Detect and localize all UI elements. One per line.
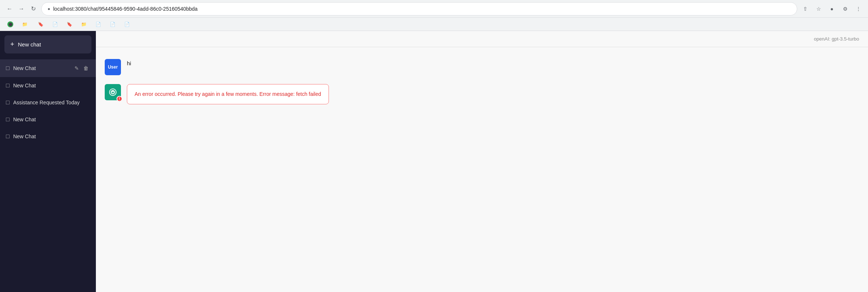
sidebar: + New chat □ New Chat ✎ 🗑 □ New Chat □ A… — [0, 31, 96, 292]
chat-item-5[interactable]: □ New Chat — [0, 128, 96, 145]
bookmark-icon-3: 📄 — [52, 22, 58, 27]
top-bar: openAI: gpt-3.5-turbo — [96, 31, 868, 47]
user-message-text: hi — [127, 56, 131, 66]
bookmark-4[interactable]: 🔖 — [64, 20, 75, 28]
assistant-message-row: ! An error occurred. Please try again in… — [105, 84, 859, 104]
chat-label-4: New Chat — [13, 117, 90, 122]
user-avatar-label: User — [108, 65, 118, 70]
chat-label-1: New Chat — [13, 65, 69, 71]
bookmark-icon[interactable]: ☆ — [813, 4, 824, 14]
chat-label-2: New Chat — [13, 83, 90, 88]
error-badge: ! — [117, 96, 122, 102]
user-avatar: User — [105, 59, 121, 75]
share-icon[interactable]: ⇧ — [800, 4, 810, 14]
bookmark-3[interactable]: 📄 — [49, 20, 61, 28]
bookmark-icon-8: 📄 — [124, 22, 130, 27]
bookmarks-bar: ⬤ 📁 🔖 📄 🔖 📁 📄 📄 📄 — [0, 18, 868, 31]
url-text: localhost:3080/chat/95445846-9590-4add-8… — [53, 6, 791, 12]
forward-button[interactable]: → — [16, 4, 27, 14]
new-chat-label: New chat — [18, 41, 41, 48]
chat-icon-1: □ — [6, 65, 10, 72]
error-box: An error occurred. Please try again in a… — [127, 84, 329, 104]
edit-button-1[interactable]: ✎ — [73, 65, 80, 72]
profile-icon[interactable]: ● — [827, 4, 837, 14]
chat-label-3: Assistance Requested Today — [13, 100, 90, 105]
delete-button-1[interactable]: 🗑 — [82, 65, 90, 72]
bookmark-2[interactable]: 🔖 — [35, 20, 46, 28]
assistant-avatar: ! — [105, 84, 121, 100]
address-bar[interactable]: ● localhost:3080/chat/95445846-9590-4add… — [41, 2, 797, 15]
error-text: An error occurred. Please try again in a… — [135, 91, 321, 97]
bookmark-icon-2: 🔖 — [38, 22, 44, 27]
app-container: + New chat □ New Chat ✎ 🗑 □ New Chat □ A… — [0, 31, 868, 292]
bookmark-6[interactable]: 📄 — [93, 20, 104, 28]
chat-list: □ New Chat ✎ 🗑 □ New Chat □ Assistance R… — [0, 58, 96, 292]
chat-icon-2: □ — [6, 82, 10, 89]
gpt-logo-icon — [108, 87, 118, 97]
main-content: openAI: gpt-3.5-turbo User hi — [96, 31, 868, 292]
assistant-message-content: An error occurred. Please try again in a… — [127, 84, 329, 104]
chat-icon-5: □ — [6, 133, 10, 140]
bookmark-5[interactable]: 📁 — [78, 20, 90, 28]
chat-label-5: New Chat — [13, 133, 90, 139]
nav-buttons: ← → ↻ — [4, 4, 38, 14]
chat-icon-3: □ — [6, 99, 10, 106]
reload-button[interactable]: ↻ — [28, 4, 38, 14]
bookmark-icon-4: 🔖 — [67, 22, 72, 27]
browser-actions: ⇧ ☆ ● ⚙ ⋮ — [800, 4, 864, 14]
bookmark-8[interactable]: 📄 — [121, 20, 133, 28]
new-chat-button[interactable]: + New chat — [4, 35, 91, 53]
bookmark-icon-5: 📁 — [81, 22, 87, 27]
more-icon[interactable]: ⋮ — [853, 4, 864, 14]
chat-item-4[interactable]: □ New Chat — [0, 111, 96, 128]
bookmark-green[interactable]: ⬤ — [4, 20, 16, 29]
bookmark-folder-1[interactable]: 📁 — [19, 20, 32, 28]
model-label: openAI: gpt-3.5-turbo — [814, 36, 859, 42]
user-message-row: User hi — [105, 59, 859, 75]
chat-item-3[interactable]: □ Assistance Requested Today — [0, 94, 96, 111]
chat-actions-1: ✎ 🗑 — [73, 65, 90, 72]
extension-icon[interactable]: ⚙ — [840, 4, 850, 14]
chat-item-1[interactable]: □ New Chat ✎ 🗑 — [0, 59, 96, 77]
bookmark-icon-6: 📄 — [96, 22, 101, 27]
back-button[interactable]: ← — [4, 4, 15, 14]
green-dot-icon: ⬤ — [7, 21, 13, 27]
chat-area: User hi ! An error o — [96, 47, 868, 292]
bookmark-7[interactable]: 📄 — [107, 20, 118, 28]
plus-icon: + — [10, 41, 14, 48]
lock-icon: ● — [48, 6, 50, 11]
chat-icon-4: □ — [6, 116, 10, 123]
user-message-content: hi — [127, 59, 131, 68]
chat-item-2[interactable]: □ New Chat — [0, 77, 96, 94]
browser-chrome: ← → ↻ ● localhost:3080/chat/95445846-959… — [0, 0, 868, 18]
folder-icon: 📁 — [22, 22, 28, 27]
bookmark-icon-7: 📄 — [110, 22, 115, 27]
